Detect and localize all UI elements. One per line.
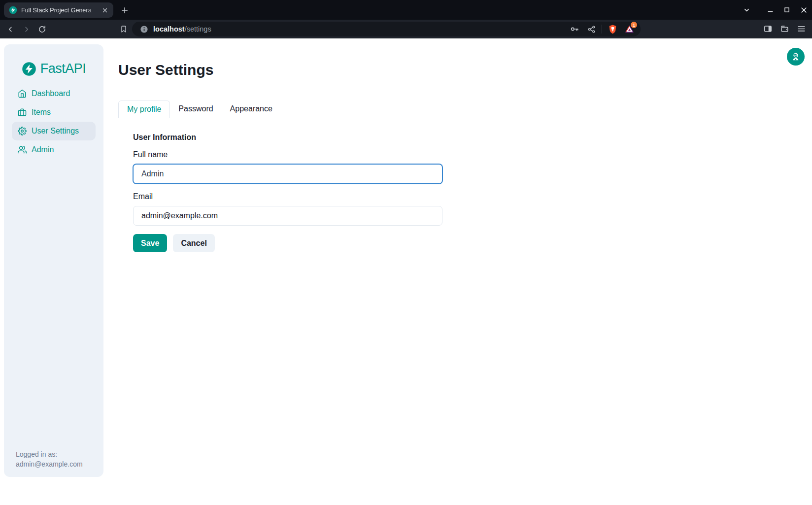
logged-in-email: admin@example.com [16, 459, 83, 469]
user-information-form: User Information Full name Email Save Ca… [118, 118, 767, 252]
site-info-icon[interactable] [140, 25, 148, 34]
saved-passwords-key-icon[interactable] [568, 23, 581, 35]
share-icon[interactable] [585, 23, 598, 35]
sidebar-item-label: Dashboard [32, 89, 70, 98]
tab-title: Full Stack Project Genera [21, 7, 101, 14]
tab-search-icon[interactable] [738, 1, 755, 18]
minimize-button[interactable] [762, 1, 778, 18]
settings-tabs: My profile Password Appearance [118, 101, 767, 118]
sidebar-item-label: Admin [32, 145, 54, 154]
sidebar-item-user-settings[interactable]: User Settings [12, 122, 96, 140]
toolbar-right-group [761, 22, 808, 35]
sidebar-nav: Dashboard Items User Settings [4, 84, 103, 159]
browser-window: Full Stack Project Genera [0, 0, 812, 505]
rewards-badge: 1 [631, 22, 637, 28]
gear-icon [18, 127, 27, 135]
briefcase-icon [18, 108, 27, 117]
section-title: User Information [133, 133, 767, 142]
brave-rewards-icon[interactable]: 1 [623, 23, 636, 35]
email-label: Email [133, 192, 767, 201]
full-name-field[interactable] [133, 164, 442, 184]
save-button[interactable]: Save [133, 234, 167, 252]
close-window-button[interactable] [795, 1, 812, 18]
fastapi-logo-text: FastAPI [40, 61, 86, 76]
toolbar-separator [602, 25, 602, 34]
fastapi-logo: FastAPI [4, 61, 103, 76]
tab-appearance[interactable]: Appearance [222, 101, 281, 118]
home-icon [18, 89, 27, 98]
url-text: localhost/settings [153, 25, 211, 33]
tab-close-icon[interactable] [101, 6, 109, 15]
forward-button[interactable] [19, 22, 34, 36]
main-area: User Settings My profile Password Appear… [118, 38, 767, 252]
bookmark-icon[interactable] [116, 22, 131, 36]
browser-tab[interactable]: Full Stack Project Genera [4, 2, 113, 18]
address-bar[interactable]: localhost/settings [132, 22, 641, 36]
full-name-label: Full name [133, 150, 767, 159]
fastapi-favicon-icon [9, 6, 17, 14]
tab-password[interactable]: Password [170, 101, 221, 118]
users-icon [18, 145, 27, 154]
browser-toolbar: localhost/settings [0, 20, 812, 38]
tab-my-profile[interactable]: My profile [118, 101, 170, 118]
form-buttons: Save Cancel [133, 234, 767, 252]
sidebar-item-admin[interactable]: Admin [12, 140, 96, 159]
sidebar-panel-icon[interactable] [761, 22, 775, 35]
sidebar-item-label: Items [32, 108, 51, 117]
url-host: localhost [153, 25, 185, 33]
logged-in-label: Logged in as: [16, 449, 83, 459]
user-menu-button[interactable] [787, 48, 805, 66]
cancel-button[interactable]: Cancel [173, 234, 214, 252]
menu-icon[interactable] [794, 22, 808, 35]
window-controls [738, 0, 812, 20]
page-title: User Settings [118, 62, 767, 78]
new-tab-button[interactable] [118, 4, 131, 17]
page-content: FastAPI Dashboard Items [0, 38, 812, 505]
url-path: /settings [185, 25, 211, 33]
sidebar: FastAPI Dashboard Items [4, 44, 103, 477]
back-button[interactable] [3, 22, 18, 36]
sidebar-item-dashboard[interactable]: Dashboard [12, 84, 96, 103]
email-field[interactable] [133, 206, 442, 226]
sidebar-item-items[interactable]: Items [12, 103, 96, 122]
sidebar-footer: Logged in as: admin@example.com [16, 449, 83, 469]
wallet-icon[interactable] [778, 22, 791, 35]
browser-titlebar: Full Stack Project Genera [0, 0, 812, 20]
user-astronaut-icon [791, 52, 801, 62]
sidebar-item-label: User Settings [32, 127, 79, 135]
brave-shields-icon[interactable] [606, 23, 619, 35]
reload-button[interactable] [34, 22, 49, 36]
fastapi-logo-icon [22, 62, 36, 76]
maximize-button[interactable] [778, 1, 795, 18]
